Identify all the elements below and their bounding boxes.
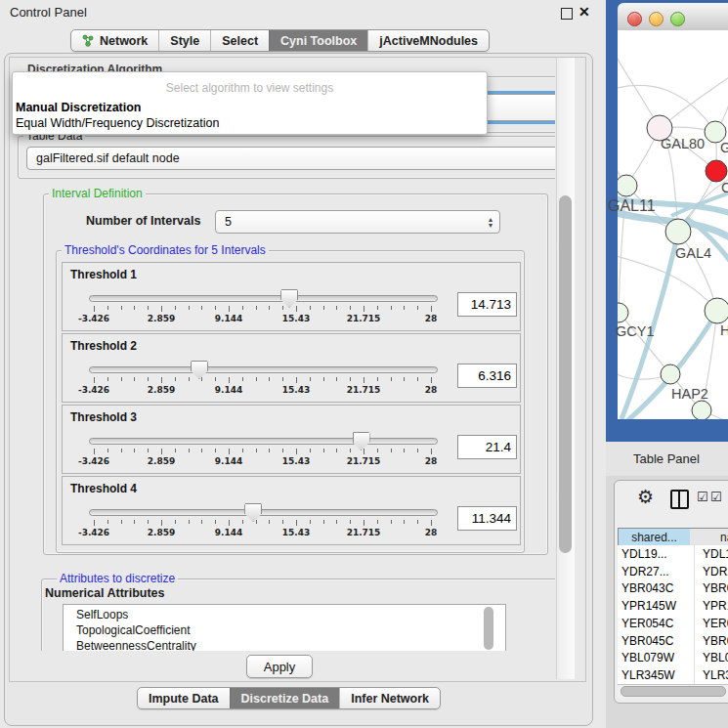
node-bottom-partial[interactable] (692, 401, 711, 419)
table-row[interactable]: YBL079WYBL0 (618, 649, 728, 666)
table-cell[interactable]: YPR1 (694, 597, 728, 615)
slider-thumb[interactable] (353, 432, 370, 450)
slider-tick-label: 21.715 (341, 314, 386, 323)
threshold-row: Threshold 4-3.4262.8599.14415.4321.71528… (62, 476, 521, 545)
column-header-shared-name[interactable]: shared... (618, 528, 691, 546)
checkbox-icon[interactable]: ☑ (697, 490, 708, 504)
attribute-list-item[interactable]: SelfLoops (76, 608, 128, 621)
tab-jactivemnodules[interactable]: jActiveMNodules (367, 30, 489, 51)
slider-tick (107, 306, 108, 310)
table-cell[interactable]: YBR043C (618, 579, 694, 597)
tab-impute-data[interactable]: Impute Data (138, 688, 230, 708)
table-cell[interactable]: YDR2 (694, 563, 728, 580)
slider-tick-label: 9.144 (206, 385, 251, 395)
network-window-titlebar[interactable] (618, 3, 728, 31)
slider-track[interactable] (89, 438, 438, 445)
table-cell[interactable]: YBR0 (694, 579, 728, 597)
close-traffic-light-icon[interactable] (627, 12, 642, 26)
threshold-row: Threshold 3-3.4262.8599.14415.4321.71528… (62, 405, 521, 474)
tab-infer-network[interactable]: Infer Network (339, 688, 440, 708)
slider-tick-label: -3.426 (71, 528, 116, 537)
network-icon (82, 34, 95, 47)
close-icon[interactable]: ✕ (578, 4, 590, 20)
slider-track[interactable] (89, 366, 438, 373)
table-row[interactable]: YDR27...YDR2 (618, 563, 728, 580)
slider-tick (256, 377, 257, 381)
table-cell[interactable]: YER054C (618, 615, 694, 632)
threshold-value-field[interactable]: 6.316 (457, 364, 517, 388)
table-row[interactable]: YBR045CYBR0 (618, 632, 728, 650)
table-row[interactable]: YPR145WYPR1 (618, 597, 728, 615)
tab-select[interactable]: Select (210, 30, 269, 51)
node-gal4[interactable] (665, 219, 691, 244)
threshold-value-field[interactable]: 11.344 (457, 506, 517, 531)
table-cell[interactable]: YDL1 (694, 545, 728, 563)
network-canvas[interactable] (618, 30, 728, 419)
slider-tick (107, 377, 108, 381)
slider-tick (350, 377, 351, 381)
slider-tick (107, 520, 108, 524)
slider-tick (201, 377, 202, 381)
column-header-name[interactable]: na (690, 528, 728, 546)
table-row[interactable]: YER054CYER0 (618, 615, 728, 632)
minimize-traffic-light-icon[interactable] (649, 12, 664, 26)
table-cell[interactable]: YBR045C (618, 632, 694, 650)
table-cell[interactable]: YDR27... (618, 563, 694, 580)
table-cell[interactable]: YER0 (694, 615, 728, 632)
node-gcy1[interactable] (618, 303, 628, 322)
attributes-group-label: Attributes to discretize (57, 572, 178, 585)
node-selected-red[interactable] (706, 160, 727, 182)
column-layout-icon[interactable] (670, 490, 689, 509)
slider-tick (269, 449, 270, 452)
node-gal11[interactable] (618, 175, 637, 196)
zoom-traffic-light-icon[interactable] (670, 12, 685, 26)
node-partial-low-right[interactable] (705, 298, 728, 323)
slider-thumb[interactable] (244, 503, 262, 522)
table-cell[interactable]: YBL079W (618, 649, 694, 666)
float-window-icon[interactable] (561, 8, 573, 20)
table-cell[interactable]: YDL19... (618, 545, 694, 563)
slider-tick (121, 520, 122, 524)
table-cell[interactable]: YLR345W (618, 666, 694, 684)
list-scrollbar-thumb[interactable] (484, 607, 493, 650)
node-label-gal80: GAL80 (661, 136, 705, 151)
table-row[interactable]: YBR043CYBR0 (618, 579, 728, 597)
slider-tick (431, 449, 432, 454)
checkbox-icon[interactable]: ☑ (710, 490, 722, 504)
table-cell[interactable]: YLR3 (694, 666, 728, 684)
horizontal-scrollbar-thumb[interactable] (621, 686, 726, 697)
slider-track[interactable] (89, 509, 438, 516)
gear-icon[interactable]: ⚙ (637, 486, 654, 507)
table-row[interactable]: YLR345WYLR3 (618, 666, 728, 684)
tab-style[interactable]: Style (158, 30, 210, 51)
num-intervals-label: Number of Intervals (86, 214, 200, 228)
algorithm-dropdown-popup: Select algorithm to view settings Manual… (12, 71, 488, 135)
slider-thumb[interactable] (191, 361, 208, 379)
tab-network[interactable]: Network (71, 30, 158, 51)
table-cell[interactable]: YBR0 (694, 632, 728, 650)
table-data-combobox[interactable]: galFiltered.sif default node ▴▾ (26, 147, 571, 170)
slider-tick (377, 449, 378, 452)
slider-tick (161, 520, 162, 526)
slider-track[interactable] (89, 295, 438, 302)
attribute-list-item[interactable]: BetweennessCentrality (76, 639, 196, 653)
vertical-scrollbar-thumb[interactable] (559, 195, 572, 553)
tab-cyni-toolbox[interactable]: Cyni Toolbox (269, 30, 367, 51)
popup-option-equal-width[interactable]: Equal Width/Frequency Discretization (16, 116, 219, 130)
node-hap2[interactable] (661, 364, 680, 384)
apply-button[interactable]: Apply (246, 655, 313, 678)
slider-tick (377, 377, 378, 381)
attribute-list-item[interactable]: TopologicalCoefficient (76, 623, 191, 637)
threshold-value-field[interactable]: 14.713 (457, 292, 517, 317)
threshold-value-field[interactable]: 21.4 (457, 435, 517, 459)
slider-tick (296, 306, 297, 312)
slider-tick (256, 306, 257, 310)
num-intervals-combobox[interactable]: 5 ▴▾ (215, 210, 500, 234)
table-cell[interactable]: YBL0 (694, 649, 728, 666)
slider-tick (310, 449, 311, 452)
table-row[interactable]: YDL19...YDL1 (618, 545, 728, 563)
slider-tick (148, 449, 149, 452)
table-cell[interactable]: YPR145W (618, 597, 694, 615)
popup-option-manual[interactable]: Manual Discretization (16, 101, 142, 114)
tab-discretize-data[interactable]: Discretize Data (230, 688, 340, 708)
